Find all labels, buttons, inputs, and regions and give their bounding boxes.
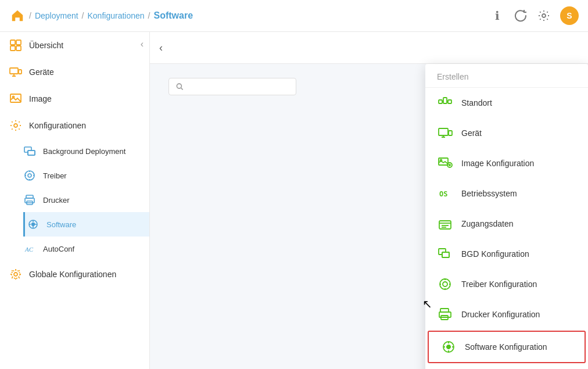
sidebar-item-image[interactable]: Image <box>0 85 149 112</box>
svg-point-43 <box>443 282 447 286</box>
betriebssystem-label: Betriebssystem <box>461 189 517 198</box>
bgd-config-label: BGD Konfiguration <box>461 249 529 259</box>
content-area: ‹ Erstellen <box>150 32 588 369</box>
bgd-icon <box>23 145 36 157</box>
svg-point-19 <box>32 223 35 226</box>
svg-point-23 <box>177 84 181 88</box>
dropdown-item-image-konfig[interactable]: Image Konfiguration <box>425 148 588 178</box>
software-label: Software <box>46 220 76 229</box>
breadcrumb-konfigurationen[interactable]: Konfigurationen <box>87 11 144 20</box>
overview-label: Übersicht <box>29 41 63 50</box>
search-input[interactable] <box>188 82 289 91</box>
autoconf-icon: AC <box>23 242 36 255</box>
sidebar-item-configurations[interactable]: Konfigurationen <box>0 112 149 139</box>
image-konfig-label: Image Konfiguration <box>461 159 534 168</box>
svg-rect-44 <box>440 309 449 312</box>
dropdown-item-geraet[interactable]: Gerät <box>425 118 588 148</box>
topbar-actions: ℹ S <box>490 6 579 25</box>
sidebar-item-autoconf[interactable]: AC AutoConf <box>23 237 149 261</box>
sidebar-item-overview[interactable]: Übersicht <box>0 32 149 59</box>
svg-point-9 <box>14 124 17 127</box>
dropdown-menu: Erstellen Standort <box>425 64 588 369</box>
svg-point-22 <box>12 270 20 278</box>
configurations-icon <box>9 119 22 132</box>
bgd-config-icon <box>437 246 453 262</box>
dropdown-item-software-konfig[interactable]: Software Konfiguration <box>428 331 586 363</box>
svg-rect-2 <box>16 40 21 45</box>
svg-point-13 <box>25 171 34 180</box>
bgd-label: Background Deployment <box>43 147 126 156</box>
image-konfig-icon <box>437 155 453 171</box>
dropdown-item-bgd-konfig[interactable]: BGD Konfiguration <box>425 239 588 269</box>
dropdown-item-treiber-konfig[interactable]: Treiber Konfiguration <box>425 269 588 299</box>
image-icon <box>9 92 22 105</box>
software-icon <box>27 218 40 231</box>
printer-icon <box>23 194 36 206</box>
sidebar-item-devices[interactable]: Geräte <box>0 59 149 85</box>
back-button[interactable]: ‹ <box>159 42 163 54</box>
image-label: Image <box>29 94 52 103</box>
sidebar-toggle[interactable]: ‹ <box>141 39 144 49</box>
svg-text:OS: OS <box>439 190 447 198</box>
drucker-label: Drucker <box>43 196 70 205</box>
standort-label: Standort <box>461 98 492 108</box>
breadcrumb-deployment[interactable]: Deployment <box>35 11 78 20</box>
breadcrumb-software: Software <box>153 10 193 21</box>
autoconf-label: AutoConf <box>43 245 74 253</box>
credentials-icon <box>437 216 453 232</box>
svg-rect-5 <box>10 68 18 74</box>
driver-config-icon <box>437 276 453 292</box>
treiber-label: Treiber <box>43 171 67 180</box>
breadcrumb-sep-2: / <box>82 11 84 20</box>
home-icon[interactable] <box>9 8 26 24</box>
settings-icon[interactable] <box>537 9 551 23</box>
user-avatar[interactable]: S <box>560 6 579 25</box>
svg-rect-31 <box>449 131 452 135</box>
sidebar: ‹ Übersicht Geräte <box>0 32 150 369</box>
sidebar-item-background-deployment[interactable]: Background Deployment <box>23 139 149 163</box>
global-gear-icon <box>9 268 22 281</box>
geraet-label: Gerät <box>461 128 482 138</box>
svg-line-24 <box>181 88 182 89</box>
configurations-label: Konfigurationen <box>29 121 86 130</box>
svg-rect-26 <box>443 98 447 103</box>
overview-icon <box>9 39 22 52</box>
printer-config-icon <box>437 306 453 323</box>
dropdown-item-zugangsdaten[interactable]: Zugangsdaten <box>425 209 588 239</box>
dropdown-item-drucker-konfig[interactable]: Drucker Konfiguration <box>425 299 588 329</box>
svg-point-14 <box>28 174 31 177</box>
content-header: ‹ <box>150 32 588 64</box>
sidebar-item-global-configs[interactable]: Globale Konfigurationen <box>0 261 149 288</box>
os-icon: OS <box>437 185 453 202</box>
sidebar-item-software[interactable]: Software <box>23 212 149 237</box>
driver-icon <box>23 169 36 182</box>
devices-icon <box>9 66 22 78</box>
treiber-config-label: Treiber Konfiguration <box>461 280 537 289</box>
configurations-sub: Background Deployment Treiber <box>0 139 149 261</box>
sidebar-item-treiber[interactable]: Treiber <box>23 163 149 188</box>
sidebar-item-drucker[interactable]: Drucker <box>23 188 149 212</box>
svg-rect-1 <box>10 40 15 45</box>
breadcrumb-sep-3: / <box>148 11 150 20</box>
svg-rect-11 <box>28 151 35 155</box>
refresh-icon[interactable] <box>514 9 528 23</box>
svg-text:AC: AC <box>24 246 34 253</box>
drucker-config-label: Drucker Konfiguration <box>461 310 540 319</box>
svg-point-48 <box>447 345 450 349</box>
svg-point-21 <box>14 273 17 276</box>
standort-icon <box>437 95 453 111</box>
svg-rect-6 <box>19 70 21 74</box>
dropdown-item-autoconf-konfig[interactable]: AC AutoConf Konfiguration <box>425 364 588 369</box>
global-configs-label: Globale Konfigurationen <box>29 270 116 279</box>
devices-label: Geräte <box>29 67 54 77</box>
software-config-label: Software Konfiguration <box>465 342 547 352</box>
svg-rect-4 <box>16 46 21 51</box>
dropdown-item-betriebssystem[interactable]: OS Betriebssystem <box>425 178 588 209</box>
info-icon[interactable]: ℹ <box>490 9 504 23</box>
dropdown-item-standort[interactable]: Standort <box>425 88 588 118</box>
search-box[interactable] <box>168 78 296 95</box>
svg-rect-40 <box>442 252 449 257</box>
svg-rect-3 <box>10 46 15 51</box>
main-layout: ‹ Übersicht Geräte <box>0 32 588 369</box>
software-config-icon <box>440 339 457 355</box>
